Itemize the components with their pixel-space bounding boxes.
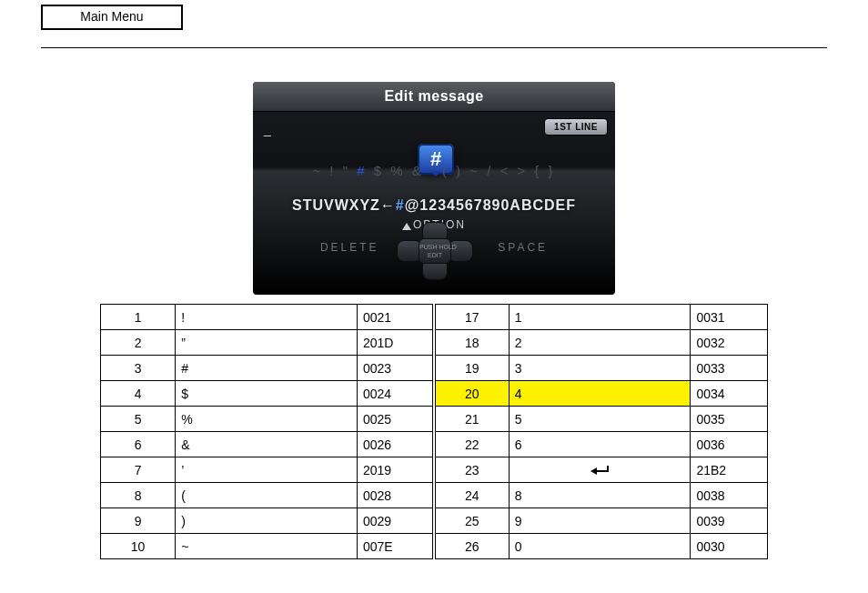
table-cell: 3 [101,356,176,381]
table-row: 7’20192321B2 [101,457,768,483]
table-cell: 0035 [691,407,768,432]
table-cell: & [176,432,358,457]
table-cell: 2019 [357,457,434,483]
space-label: SPACE [498,241,548,254]
table-row: 8(00282480038 [101,483,768,508]
table-cell: 4 [509,381,691,407]
table-cell: 0032 [691,330,768,356]
secondary-char-row: ~ ! " # $ % & ' ( ) ~ / < > { } [253,164,615,177]
table-cell: 10 [101,534,176,559]
secondary-row-highlight: # [357,163,367,178]
table-cell: 25 [434,508,509,534]
table-cell: 26 [434,534,509,559]
table-cell: $ [176,381,358,407]
table-cell: 21 [434,407,509,432]
table-row: 5%00252150035 [101,407,768,432]
table-cell: 17 [434,305,509,330]
table-cell: 22 [434,432,509,457]
table-cell: 201D [357,330,434,356]
delete-space-row: DELETE SPACE [253,241,615,254]
table-cell: 7 [101,457,176,483]
primary-char-row: STUVWXYZ←#@1234567890ABCDEF [253,198,615,213]
table-row: 3#00231930033 [101,356,768,381]
table-cell: 8 [101,483,176,508]
table-cell: 0026 [357,432,434,457]
table-cell: 0030 [691,534,768,559]
table-cell: 0028 [357,483,434,508]
table-cell: 0038 [691,483,768,508]
delete-label: DELETE [320,241,379,254]
table-cell: ~ [176,534,358,559]
table-cell: 4 [101,381,176,407]
device-screenshot: Edit message _ 1ST LINE # ~ ! " # $ % & … [253,82,615,295]
table-cell: 2 [101,330,176,356]
left-triangle-icon [385,241,397,254]
table-cell: 9 [101,508,176,534]
table-row: 10~007E2600030 [101,534,768,559]
right-triangle-icon [480,241,492,254]
table-row: 2”201D1820032 [101,330,768,356]
table-cell: 0031 [691,305,768,330]
table-cell: ) [176,508,358,534]
table-cell: 20 [434,381,509,407]
primary-row-left: STUVWXYZ← [292,197,396,213]
table-cell: ” [176,330,358,356]
table-cell: ! [176,305,358,330]
table-cell: 9 [509,508,691,534]
table-cell: 0034 [691,381,768,407]
section-divider [41,47,827,48]
primary-row-right: @1234567890ABCDEF [405,197,576,213]
table-cell: 0021 [357,305,434,330]
table-row: 6&00262260036 [101,432,768,457]
table-cell: 0 [509,534,691,559]
secondary-row-left: ~ ! " [312,163,350,178]
table-cell: # [176,356,358,381]
table-cell: 2 [509,330,691,356]
table-cell: 23 [434,457,509,483]
table-cell: 0036 [691,432,768,457]
table-row: 4$00242040034 [101,381,768,407]
table-cell: ( [176,483,358,508]
table-cell: 0024 [357,381,434,407]
text-cursor: _ [264,122,271,136]
table-cell: % [176,407,358,432]
table-row: 9)00292590039 [101,508,768,534]
table-cell: 1 [101,305,176,330]
table-cell: 3 [509,356,691,381]
return-arrow-icon [509,457,691,483]
table-cell: 18 [434,330,509,356]
table-cell: 0023 [357,356,434,381]
table-cell: 5 [101,407,176,432]
primary-row-highlight: # [396,197,405,213]
table-cell: 6 [509,432,691,457]
table-cell: 0025 [357,407,434,432]
table-cell: 8 [509,483,691,508]
table-cell: 0029 [357,508,434,534]
table-cell: 0033 [691,356,768,381]
table-cell: 19 [434,356,509,381]
table-cell: ’ [176,457,358,483]
table-cell: 0039 [691,508,768,534]
svg-marker-1 [590,467,597,475]
table-cell: 6 [101,432,176,457]
device-title: Edit message [253,82,615,112]
table-cell: 1 [509,305,691,330]
table-row: 1!00211710031 [101,305,768,330]
line-indicator-badge: 1ST LINE [544,118,608,136]
main-menu-button[interactable]: Main Menu [41,5,183,30]
secondary-row-right: $ % & ' ( ) ~ / < > { } [374,163,556,178]
table-cell: 24 [434,483,509,508]
table-cell: 007E [357,534,434,559]
character-table: 1!002117100312”201D18200323#002319300334… [100,304,768,559]
table-cell: 21B2 [691,457,768,483]
table-cell: 5 [509,407,691,432]
